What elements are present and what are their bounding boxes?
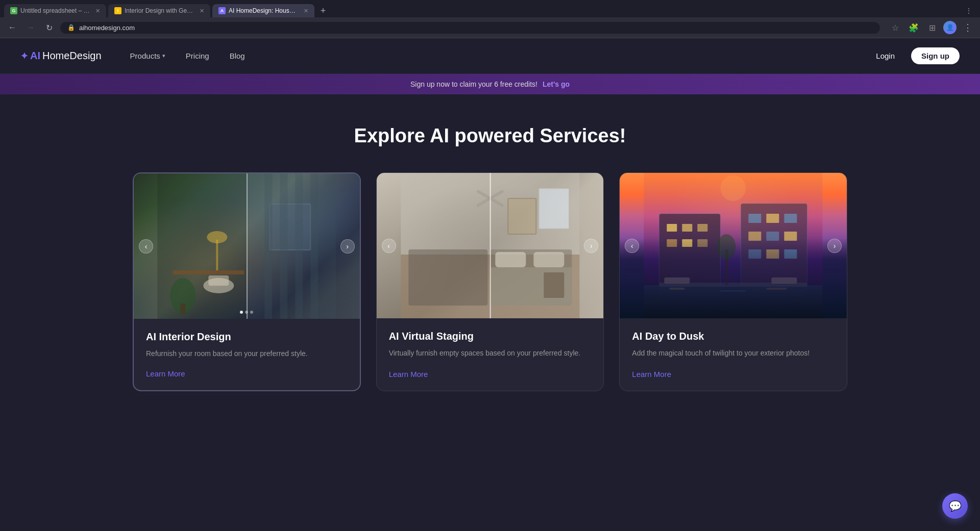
website-content: ✦ AI HomeDesign Products ▾ Pricing Blog … — [0, 38, 980, 432]
card-prev-button-interior[interactable]: ‹ — [139, 239, 153, 254]
products-label: Products — [130, 52, 160, 60]
svg-rect-49 — [670, 288, 685, 290]
svg-rect-53 — [772, 277, 797, 284]
tab-bar: G Untitled spreadsheet – Goo... ✕ I Inte… — [0, 0, 980, 17]
svg-rect-46 — [785, 249, 797, 259]
svg-rect-2 — [173, 270, 244, 274]
card-desc-interior: Refurnish your room based on your prefer… — [146, 348, 348, 359]
card-desc-dusk: Add the magical touch of twilight to you… — [632, 347, 835, 360]
address-bar-row: ← → ↻ 🔒 aihomedesign.com ☆ 🧩 ⊞ 👤 ⋮ — [0, 17, 980, 38]
svg-rect-33 — [698, 224, 708, 232]
tab-favicon: A — [218, 7, 226, 14]
svg-rect-6 — [180, 304, 185, 314]
svg-rect-10 — [264, 173, 272, 319]
back-button[interactable]: ← — [5, 20, 19, 35]
login-button[interactable]: Login — [866, 47, 905, 64]
svg-rect-35 — [682, 239, 693, 247]
svg-rect-9 — [270, 204, 310, 250]
browser-menu-button[interactable]: ⋮ — [961, 20, 975, 35]
svg-rect-39 — [767, 214, 779, 223]
svg-rect-22 — [538, 188, 569, 229]
learn-more-dusk[interactable]: Learn More — [632, 370, 835, 378]
tab-favicon: I — [114, 7, 121, 14]
tab-title: Untitled spreadsheet – Goo... — [20, 7, 90, 14]
blog-label: Blog — [230, 52, 245, 60]
card-prev-button-staging[interactable]: ‹ — [382, 239, 396, 253]
reload-button[interactable]: ↻ — [42, 20, 56, 35]
browser-tab-tab-1[interactable]: G Untitled spreadsheet – Goo... ✕ — [4, 4, 106, 17]
card-next-button-interior[interactable]: › — [340, 239, 355, 254]
tab-options[interactable]: ⋮ — [962, 7, 976, 14]
site-logo[interactable]: ✦ AI HomeDesign — [20, 50, 102, 62]
svg-rect-34 — [667, 239, 677, 247]
logo-rest-text: HomeDesign — [42, 50, 102, 62]
svg-rect-44 — [749, 249, 762, 259]
exterior-image — [620, 173, 847, 318]
promo-banner: Sign up now to claim your 6 free credits… — [0, 74, 980, 94]
split-view-icon[interactable]: ⊞ — [925, 20, 939, 35]
url-display: aihomedesign.com — [79, 24, 135, 32]
address-bar[interactable]: 🔒 aihomedesign.com — [60, 22, 880, 34]
svg-rect-20 — [533, 252, 564, 267]
chat-bubble-button[interactable]: 💬 — [942, 493, 968, 519]
card-next-button-dusk[interactable]: › — [827, 239, 842, 253]
svg-rect-52 — [665, 277, 690, 284]
card-prev-button-dusk[interactable]: ‹ — [625, 239, 639, 253]
bedroom-image — [377, 173, 604, 318]
profile-avatar[interactable]: 👤 — [943, 21, 957, 34]
browser-tab-tab-2[interactable]: I Interior Design with Generati... ✕ — [108, 4, 210, 17]
svg-rect-13 — [310, 173, 318, 319]
bookmark-icon[interactable]: ☆ — [888, 20, 902, 35]
svg-rect-11 — [280, 173, 287, 319]
tab-close-button[interactable]: ✕ — [200, 8, 204, 14]
extension-icon[interactable]: 🧩 — [906, 20, 921, 35]
promo-link[interactable]: Let's go — [543, 80, 570, 88]
nav-links: Products ▾ Pricing Blog — [122, 47, 866, 64]
card-dots-interior — [240, 311, 253, 314]
dot-1 — [240, 311, 243, 314]
svg-point-56 — [721, 175, 746, 201]
svg-rect-38 — [749, 214, 762, 223]
svg-rect-43 — [785, 232, 797, 241]
tab-title: Interior Design with Generati... — [125, 7, 194, 14]
new-tab-button[interactable]: + — [316, 4, 330, 17]
interior-image — [134, 173, 360, 319]
nav-pricing[interactable]: Pricing — [178, 47, 217, 64]
card-title-staging: AI Virtual Staging — [389, 331, 592, 342]
tab-title: AI HomeDesign: House Desi... — [229, 7, 299, 14]
card-image-interior: ‹ › — [134, 173, 360, 319]
signup-button[interactable]: Sign up — [911, 47, 960, 64]
nav-blog[interactable]: Blog — [222, 47, 253, 64]
card-desc-staging: Virtually furnish empty spaces based on … — [389, 347, 592, 360]
svg-rect-45 — [767, 249, 779, 259]
logo-star-icon: ✦ — [20, 50, 28, 62]
svg-rect-42 — [767, 232, 779, 241]
site-navigation: ✦ AI HomeDesign Products ▾ Pricing Blog … — [0, 38, 980, 74]
svg-rect-27 — [544, 272, 564, 298]
card-image-bedroom: ‹ › — [377, 173, 604, 318]
chat-icon: 💬 — [949, 500, 962, 512]
tab-close-button[interactable]: ✕ — [304, 8, 308, 14]
card-next-button-staging[interactable]: › — [584, 239, 598, 253]
svg-point-8 — [207, 231, 227, 243]
card-body-staging: AI Virtual Staging Virtually furnish emp… — [377, 318, 604, 391]
forward-button[interactable]: → — [23, 20, 38, 35]
main-content: Explore AI powered Services! — [0, 94, 980, 432]
svg-rect-36 — [698, 239, 708, 247]
nav-products[interactable]: Products ▾ — [122, 47, 174, 64]
learn-more-interior[interactable]: Learn More — [146, 369, 348, 378]
pricing-label: Pricing — [186, 52, 209, 60]
dot-3 — [250, 311, 253, 314]
svg-rect-17 — [408, 249, 487, 306]
learn-more-staging[interactable]: Learn More — [389, 370, 592, 378]
logo-ai-text: AI — [30, 50, 40, 62]
tab-close-button[interactable]: ✕ — [95, 8, 100, 14]
card-body-dusk: AI Day to Dusk Add the magical touch of … — [620, 318, 847, 391]
svg-rect-4 — [208, 275, 229, 286]
card-title-interior: AI Interior Design — [146, 331, 348, 343]
svg-rect-26 — [508, 198, 536, 234]
svg-rect-19 — [495, 252, 526, 267]
section-title: Explore AI powered Services! — [20, 125, 960, 147]
browser-tab-tab-3[interactable]: A AI HomeDesign: House Desi... ✕ — [212, 4, 314, 17]
svg-rect-50 — [721, 290, 746, 292]
